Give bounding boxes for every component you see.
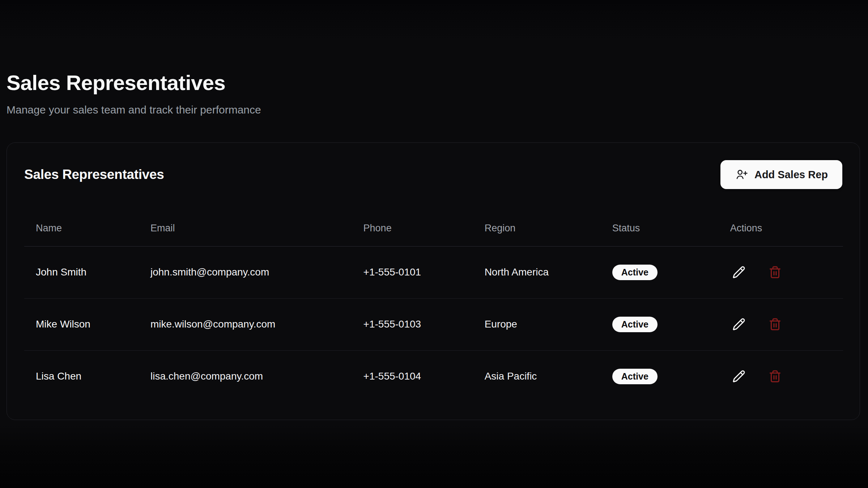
- user-plus-icon: [735, 168, 748, 181]
- column-header-phone: Phone: [352, 211, 473, 246]
- rep-name: Lisa Chen: [24, 350, 139, 402]
- sales-reps-card: Sales Representatives Add Sales Rep: [7, 142, 860, 420]
- edit-button[interactable]: [730, 264, 748, 281]
- rep-phone: +1-555-0103: [352, 298, 473, 350]
- sales-reps-table: Name Email Phone Region Status Actions J…: [24, 211, 843, 402]
- add-sales-rep-button[interactable]: Add Sales Rep: [720, 160, 842, 189]
- rep-region: Europe: [473, 298, 601, 350]
- rep-region: North America: [473, 246, 601, 298]
- table-header-row: Name Email Phone Region Status Actions: [24, 211, 843, 246]
- rep-phone: +1-555-0104: [352, 350, 473, 402]
- column-header-status: Status: [601, 211, 719, 246]
- table-row: Lisa Chen lisa.chen@company.com +1-555-0…: [24, 350, 843, 402]
- page-subtitle: Manage your sales team and track their p…: [7, 103, 861, 116]
- rep-email: lisa.chen@company.com: [139, 350, 352, 402]
- edit-button[interactable]: [730, 368, 748, 385]
- column-header-actions: Actions: [719, 211, 843, 246]
- rep-email: mike.wilson@company.com: [139, 298, 352, 350]
- trash-icon: [769, 370, 782, 383]
- status-badge: Active: [612, 369, 658, 384]
- rep-email: john.smith@company.com: [139, 246, 352, 298]
- row-actions: [730, 368, 843, 385]
- page: Sales Representatives Manage your sales …: [0, 0, 868, 420]
- rep-name: John Smith: [24, 246, 139, 298]
- table-row: John Smith john.smith@company.com +1-555…: [24, 246, 843, 298]
- status-badge: Active: [612, 265, 658, 280]
- trash-icon: [769, 318, 782, 331]
- card-title: Sales Representatives: [24, 167, 164, 182]
- delete-button[interactable]: [766, 368, 784, 385]
- row-actions: [730, 316, 843, 333]
- pencil-icon: [732, 266, 745, 279]
- trash-icon: [769, 266, 782, 279]
- rep-region: Asia Pacific: [473, 350, 601, 402]
- delete-button[interactable]: [766, 264, 784, 281]
- pencil-icon: [732, 370, 745, 383]
- rep-name: Mike Wilson: [24, 298, 139, 350]
- page-title: Sales Representatives: [7, 71, 861, 95]
- rep-phone: +1-555-0101: [352, 246, 473, 298]
- add-sales-rep-label: Add Sales Rep: [754, 169, 828, 181]
- edit-button[interactable]: [730, 316, 748, 333]
- status-badge: Active: [612, 317, 658, 332]
- pencil-icon: [732, 318, 745, 331]
- column-header-name: Name: [24, 211, 139, 246]
- table-row: Mike Wilson mike.wilson@company.com +1-5…: [24, 298, 843, 350]
- delete-button[interactable]: [766, 316, 784, 333]
- card-header: Sales Representatives Add Sales Rep: [24, 160, 842, 189]
- row-actions: [730, 264, 843, 281]
- column-header-region: Region: [473, 211, 601, 246]
- column-header-email: Email: [139, 211, 352, 246]
